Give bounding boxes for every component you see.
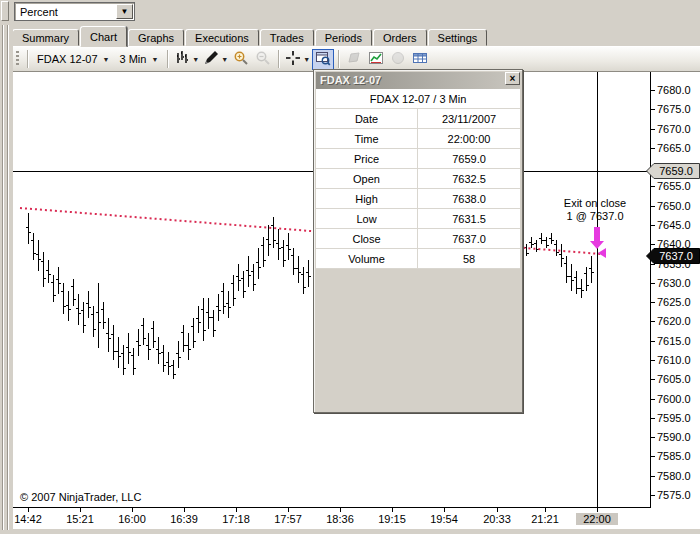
row-value: 22:00:00 bbox=[418, 129, 520, 148]
time-tick bbox=[80, 507, 81, 512]
time-axis-label: 17:18 bbox=[215, 513, 257, 525]
chart-trader-button[interactable] bbox=[343, 49, 365, 70]
ohlc-bar bbox=[589, 256, 594, 283]
crosshair-button[interactable]: ▼ bbox=[283, 49, 312, 70]
copyright-text: © 2007 NinjaTrader, LLC bbox=[20, 491, 141, 503]
data-grid-button[interactable] bbox=[409, 49, 431, 70]
time-tick bbox=[132, 507, 133, 512]
toolbar-grip[interactable] bbox=[1, 1, 9, 21]
row-value: 23/11/2007 bbox=[418, 109, 520, 128]
tab-graphs[interactable]: Graphs bbox=[128, 29, 184, 46]
price-tick bbox=[650, 109, 655, 110]
time-tick bbox=[497, 507, 498, 512]
price-tick bbox=[650, 302, 655, 303]
instrument-label: FDAX 12-07 bbox=[37, 53, 98, 65]
row-label: Low bbox=[316, 209, 418, 228]
price-axis-label: 7680.0 bbox=[657, 84, 691, 96]
tab-trades[interactable]: Trades bbox=[260, 29, 314, 46]
close-icon[interactable]: × bbox=[505, 72, 520, 85]
time-axis-label: 17:57 bbox=[267, 513, 309, 525]
row-label: Open bbox=[316, 169, 418, 188]
exit-annotation-line2: 1 @ 7637.0 bbox=[539, 210, 651, 223]
bar-type-icon bbox=[174, 50, 190, 68]
time-axis-label: 19:54 bbox=[423, 513, 465, 525]
toolbar-separator bbox=[167, 50, 168, 68]
data-window-row-high: High7638.0 bbox=[316, 189, 520, 209]
row-label: Volume bbox=[316, 249, 418, 268]
price-tick bbox=[650, 283, 655, 284]
price-axis-label: 7675.0 bbox=[657, 103, 691, 115]
data-window-popup[interactable]: FDAX 12-07 × FDAX 12-07 / 3 Min Date23/1… bbox=[313, 69, 523, 413]
price-axis-label: 7665.0 bbox=[657, 142, 691, 154]
price-tick bbox=[650, 186, 655, 187]
price-axis-label: 7650.0 bbox=[657, 200, 691, 212]
svg-text:7659.0: 7659.0 bbox=[659, 165, 693, 177]
chevron-down-icon: ▼ bbox=[221, 56, 228, 63]
time-tick bbox=[545, 507, 546, 512]
data-window-row-low: Low7631.5 bbox=[316, 209, 520, 229]
indicators-button[interactable] bbox=[365, 49, 387, 70]
time-tick bbox=[288, 507, 289, 512]
coin-icon bbox=[390, 50, 406, 68]
zoom-in-icon bbox=[233, 50, 249, 68]
toolbar-grip-dots[interactable] bbox=[16, 51, 19, 67]
time-tick bbox=[340, 507, 341, 512]
instrument-dropdown[interactable]: FDAX 12-07 ▼ bbox=[32, 49, 114, 69]
data-window-row-volume: Volume58 bbox=[316, 249, 520, 269]
price-tick bbox=[650, 90, 655, 91]
price-tick bbox=[650, 225, 655, 226]
bar-type-button[interactable]: ▼ bbox=[172, 49, 201, 70]
row-label: Time bbox=[316, 129, 418, 148]
data-window-titlebar[interactable]: FDAX 12-07 bbox=[316, 72, 520, 89]
coin-button[interactable] bbox=[387, 49, 409, 70]
data-window-row-date: Date23/11/2007 bbox=[316, 109, 520, 129]
price-axis-label: 7585.0 bbox=[657, 450, 691, 462]
tab-settings[interactable]: Settings bbox=[428, 29, 488, 46]
drawing-tools-button[interactable]: ▼ bbox=[201, 49, 230, 70]
zoom-in-button[interactable] bbox=[230, 49, 252, 70]
data-window-button[interactable] bbox=[312, 49, 334, 70]
time-axis-label: 14:42 bbox=[7, 513, 49, 525]
price-axis-line bbox=[650, 72, 651, 508]
price-tick bbox=[650, 264, 655, 265]
price-tick bbox=[650, 399, 655, 400]
data-window-row-time: Time22:00:00 bbox=[316, 129, 520, 149]
tab-orders[interactable]: Orders bbox=[373, 29, 427, 46]
chart-window: Percent ▼ SummaryChartGraphsExecutionsTr… bbox=[0, 0, 700, 534]
chevron-down-icon: ▼ bbox=[192, 56, 199, 63]
zoom-out-icon bbox=[255, 50, 271, 68]
row-label: High bbox=[316, 189, 418, 208]
scale-type-select[interactable]: Percent ▼ bbox=[14, 2, 135, 21]
data-window-row-price: Price7659.0 bbox=[316, 149, 520, 169]
tab-periods[interactable]: Periods bbox=[315, 29, 372, 46]
svg-text:7637.0: 7637.0 bbox=[659, 250, 693, 262]
price-tick bbox=[650, 495, 655, 496]
tab-strip: SummaryChartGraphsExecutionsTradesPeriod… bbox=[12, 25, 700, 46]
tab-chart[interactable]: Chart bbox=[80, 26, 127, 47]
data-window-rows: Date23/11/2007Time22:00:00Price7659.0Ope… bbox=[316, 109, 520, 269]
zoom-out-button[interactable] bbox=[252, 49, 274, 70]
time-axis-label: 20:33 bbox=[476, 513, 518, 525]
tab-summary[interactable]: Summary bbox=[12, 29, 79, 46]
tab-executions[interactable]: Executions bbox=[185, 29, 259, 46]
row-value: 7631.5 bbox=[418, 209, 520, 228]
chevron-down-icon[interactable]: ▼ bbox=[116, 4, 133, 19]
chevron-down-icon: ▼ bbox=[151, 56, 158, 63]
price-axis-label: 7600.0 bbox=[657, 393, 691, 405]
price-tick bbox=[650, 244, 655, 245]
exit-annotation: Exit on close 1 @ 7637.0 bbox=[539, 197, 651, 223]
time-axis-label: 18:36 bbox=[319, 513, 361, 525]
time-axis-label: 22:00 bbox=[576, 513, 618, 525]
price-axis-label: 7655.0 bbox=[657, 180, 691, 192]
price-axis-label: 7590.0 bbox=[657, 431, 691, 443]
window-left-frame bbox=[0, 25, 13, 534]
price-tick bbox=[650, 418, 655, 419]
time-axis-line bbox=[13, 507, 651, 508]
time-tick bbox=[597, 507, 598, 512]
chevron-down-icon: ▼ bbox=[103, 56, 110, 63]
interval-dropdown[interactable]: 3 Min ▼ bbox=[114, 49, 163, 69]
window-bottom-edge bbox=[0, 530, 700, 534]
price-tick bbox=[650, 341, 655, 342]
time-tick bbox=[392, 507, 393, 512]
time-axis-label: 15:21 bbox=[59, 513, 101, 525]
